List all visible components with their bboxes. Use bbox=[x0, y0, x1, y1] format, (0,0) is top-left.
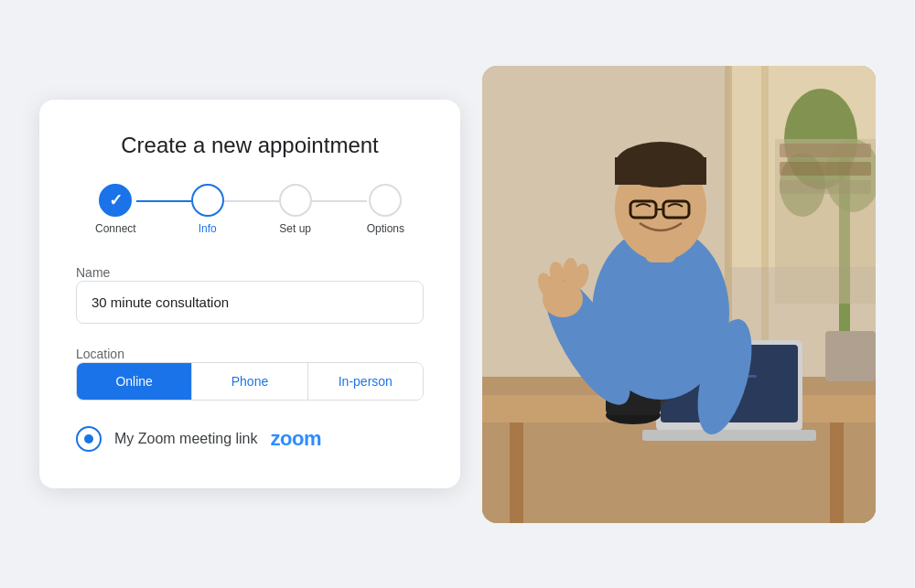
svg-rect-20 bbox=[825, 331, 876, 381]
connector-3 bbox=[312, 200, 367, 202]
step-circle-connect[interactable]: ✓ bbox=[99, 184, 132, 217]
scene-svg bbox=[482, 66, 876, 523]
location-online-button[interactable]: Online bbox=[77, 363, 192, 400]
zoom-radio[interactable] bbox=[76, 426, 102, 452]
svg-rect-13 bbox=[642, 430, 816, 441]
connector-2 bbox=[224, 200, 279, 202]
stepper: ✓ Connect Info Set up Options bbox=[76, 184, 424, 235]
step-circle-info[interactable] bbox=[191, 184, 224, 217]
name-label: Name bbox=[76, 265, 110, 280]
location-label: Location bbox=[76, 347, 124, 361]
card-title: Create a new appointment bbox=[76, 133, 424, 158]
svg-rect-7 bbox=[830, 422, 844, 523]
zoom-radio-inner bbox=[84, 434, 93, 444]
step-info: Info bbox=[191, 184, 224, 235]
zoom-logo: zoom bbox=[271, 427, 321, 451]
step-label-connect: Connect bbox=[95, 222, 136, 235]
connector-1 bbox=[136, 200, 191, 202]
check-icon: ✓ bbox=[109, 190, 123, 210]
step-options: Options bbox=[367, 184, 404, 235]
step-connect: ✓ Connect bbox=[95, 184, 136, 235]
step-label-options: Options bbox=[367, 222, 404, 235]
step-setup: Set up bbox=[279, 184, 312, 235]
main-container: Create a new appointment ✓ Connect Info … bbox=[21, 48, 894, 541]
svg-rect-23 bbox=[780, 162, 871, 176]
step-circle-setup[interactable] bbox=[279, 184, 312, 217]
step-circle-options[interactable] bbox=[369, 184, 402, 217]
photo-card bbox=[482, 66, 876, 523]
step-label-setup: Set up bbox=[279, 222, 311, 235]
zoom-option[interactable]: My Zoom meeting link zoom bbox=[76, 426, 424, 452]
form-card: Create a new appointment ✓ Connect Info … bbox=[39, 100, 460, 488]
zoom-text: My Zoom meeting link bbox=[114, 431, 258, 447]
svg-rect-6 bbox=[510, 422, 523, 523]
svg-rect-22 bbox=[780, 144, 871, 157]
step-label-info: Info bbox=[199, 222, 217, 235]
name-input[interactable] bbox=[76, 281, 424, 324]
svg-rect-29 bbox=[615, 157, 706, 185]
location-group: Online Phone In-person bbox=[76, 362, 424, 401]
photo-scene bbox=[482, 66, 876, 523]
location-phone-button[interactable]: Phone bbox=[192, 363, 307, 400]
svg-rect-24 bbox=[780, 180, 871, 194]
location-inperson-button[interactable]: In-person bbox=[308, 363, 423, 400]
